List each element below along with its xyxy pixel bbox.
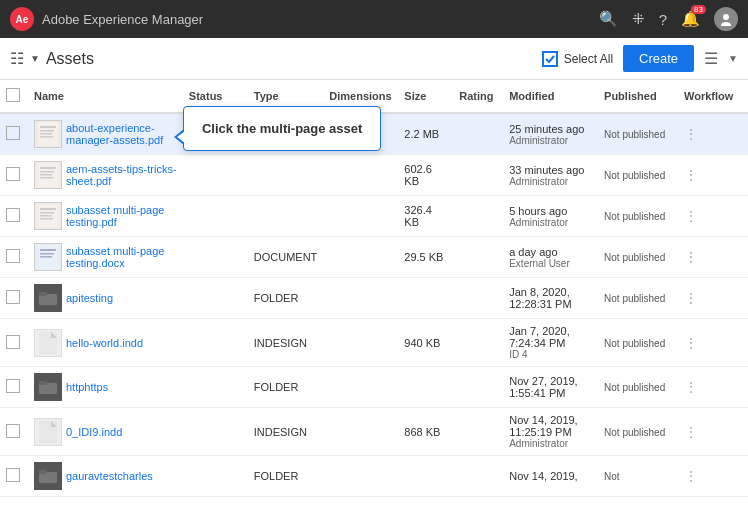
file-thumb-icon: [34, 329, 62, 357]
row-checkbox-cell[interactable]: [0, 155, 28, 196]
row-checkbox[interactable]: [6, 468, 20, 482]
svg-rect-18: [40, 249, 56, 251]
search-icon[interactable]: 🔍: [599, 10, 618, 28]
svg-rect-20: [40, 256, 52, 258]
file-name-text[interactable]: httphttps: [66, 381, 108, 393]
row-type-cell: [248, 196, 324, 237]
row-size-cell: 29.5 KB: [398, 237, 453, 278]
row-checkbox[interactable]: [6, 249, 20, 263]
svg-rect-23: [39, 332, 57, 354]
row-modified-cell: Nov 14, 2019, 11:25:19 PM Administrator: [503, 408, 598, 456]
row-checkbox-cell[interactable]: [0, 196, 28, 237]
select-all-checkbox[interactable]: [542, 51, 558, 67]
chevron-down-icon[interactable]: ▼: [30, 53, 40, 64]
header-modified[interactable]: Modified: [503, 80, 598, 113]
table-row[interactable]: gauravtestcharles FOLDER Nov 14, 2019, N…: [0, 456, 748, 497]
row-actions-icon[interactable]: ⋮: [684, 249, 698, 265]
row-checkbox[interactable]: [6, 335, 20, 349]
pdf-thumb-icon: [34, 202, 62, 230]
user-avatar[interactable]: [714, 7, 738, 31]
svg-rect-3: [40, 126, 56, 128]
row-size-cell: [398, 278, 453, 319]
chevron-down-small-icon[interactable]: ▼: [728, 53, 738, 64]
row-actions-icon[interactable]: ⋮: [684, 290, 698, 306]
table-row[interactable]: 0_IDI9.indd INDESIGN 868 KB Nov 14, 2019…: [0, 408, 748, 456]
list-view-icon[interactable]: ☰: [704, 49, 718, 68]
row-actions-icon[interactable]: ⋮: [684, 167, 698, 183]
row-checkbox[interactable]: [6, 379, 20, 393]
row-checkbox[interactable]: [6, 424, 20, 438]
header-check-input[interactable]: [6, 88, 20, 102]
help-icon[interactable]: ?: [659, 11, 667, 28]
row-checkbox-cell[interactable]: [0, 278, 28, 319]
row-checkbox[interactable]: [6, 290, 20, 304]
file-name-text[interactable]: about-experience-manager-assets.pdf: [66, 122, 177, 146]
row-checkbox[interactable]: [6, 208, 20, 222]
doc-thumb-icon: [34, 243, 62, 271]
row-actions-icon[interactable]: ⋮: [684, 208, 698, 224]
row-type-cell: INDESIGN: [248, 408, 324, 456]
row-rating-cell: [453, 456, 503, 497]
file-name-text[interactable]: apitesting: [66, 292, 113, 304]
table-row[interactable]: aem-assets-tips-tricks-sheet.pdf 602.6 K…: [0, 155, 748, 196]
header-workflow[interactable]: Workflow: [678, 80, 748, 113]
file-name-text[interactable]: 0_IDI9.indd: [66, 426, 122, 438]
header-size[interactable]: Size: [398, 80, 453, 113]
row-published-cell: Not published: [598, 408, 678, 456]
table-row[interactable]: hello-world.indd INDESIGN 940 KB Jan 7, …: [0, 319, 748, 367]
row-size-cell: 602.6 KB: [398, 155, 453, 196]
navbar-left: Ae Adobe Experience Manager: [10, 7, 203, 31]
row-workflow-cell: ⋮: [678, 237, 748, 278]
row-actions-icon[interactable]: ⋮: [684, 335, 698, 351]
row-workflow-cell: ⋮: [678, 155, 748, 196]
row-checkbox-cell[interactable]: [0, 456, 28, 497]
svg-rect-16: [40, 218, 53, 220]
row-actions-icon[interactable]: ⋮: [684, 424, 698, 440]
assets-table-container: Name Status Type Dimensions Size Rating …: [0, 80, 748, 512]
callout-text: Click the multi-page asset: [202, 121, 362, 136]
grid-icon[interactable]: ⁜: [632, 10, 645, 28]
row-checkbox-cell[interactable]: [0, 319, 28, 367]
modified-by: Administrator: [509, 217, 592, 228]
row-modified-cell: 25 minutes ago Administrator: [503, 113, 598, 155]
select-all-button[interactable]: Select All: [542, 51, 613, 67]
row-actions-icon[interactable]: ⋮: [684, 468, 698, 484]
file-name-text[interactable]: aem-assets-tips-tricks-sheet.pdf: [66, 163, 177, 187]
row-dimensions-cell: [323, 319, 398, 367]
row-checkbox-cell[interactable]: [0, 367, 28, 408]
row-workflow-cell: ⋮: [678, 367, 748, 408]
modified-date: 33 minutes ago: [509, 164, 592, 176]
create-button[interactable]: Create: [623, 45, 694, 72]
row-actions-icon[interactable]: ⋮: [684, 126, 698, 142]
bell-icon[interactable]: 🔔 83: [681, 10, 700, 28]
row-checkbox[interactable]: [6, 167, 20, 181]
published-status: Not: [604, 471, 620, 482]
svg-rect-9: [40, 171, 54, 173]
header-name[interactable]: Name: [28, 80, 183, 113]
svg-rect-14: [40, 212, 54, 214]
navbar: Ae Adobe Experience Manager 🔍 ⁜ ? 🔔 83: [0, 0, 748, 38]
row-checkbox[interactable]: [6, 126, 20, 140]
row-checkbox-cell[interactable]: [0, 113, 28, 155]
file-name-text[interactable]: subasset multi-page testing.pdf: [66, 204, 177, 228]
table-row[interactable]: subasset multi-page testing.docx DOCUMEN…: [0, 237, 748, 278]
table-row[interactable]: about-experience-manager-assets.pdf Clic…: [0, 113, 748, 155]
file-name-text[interactable]: gauravtestcharles: [66, 470, 153, 482]
modified-by: Administrator: [509, 176, 592, 187]
row-workflow-cell: ⋮: [678, 408, 748, 456]
row-modified-cell: Nov 27, 2019, 1:55:41 PM: [503, 367, 598, 408]
panel-toggle-icon[interactable]: ☷: [10, 49, 24, 68]
header-rating[interactable]: Rating: [453, 80, 503, 113]
file-name-text[interactable]: subasset multi-page testing.docx: [66, 245, 177, 269]
row-checkbox-cell[interactable]: [0, 408, 28, 456]
row-rating-cell: [453, 408, 503, 456]
table-row[interactable]: subasset multi-page testing.pdf 326.4 KB…: [0, 196, 748, 237]
header-checkbox[interactable]: [0, 80, 28, 113]
header-published[interactable]: Published: [598, 80, 678, 113]
page-title: Assets: [46, 50, 94, 68]
row-actions-icon[interactable]: ⋮: [684, 379, 698, 395]
table-row[interactable]: httphttps FOLDER Nov 27, 2019, 1:55:41 P…: [0, 367, 748, 408]
table-row[interactable]: apitesting FOLDER Jan 8, 2020, 12:28:31 …: [0, 278, 748, 319]
row-checkbox-cell[interactable]: [0, 237, 28, 278]
file-name-text[interactable]: hello-world.indd: [66, 337, 143, 349]
